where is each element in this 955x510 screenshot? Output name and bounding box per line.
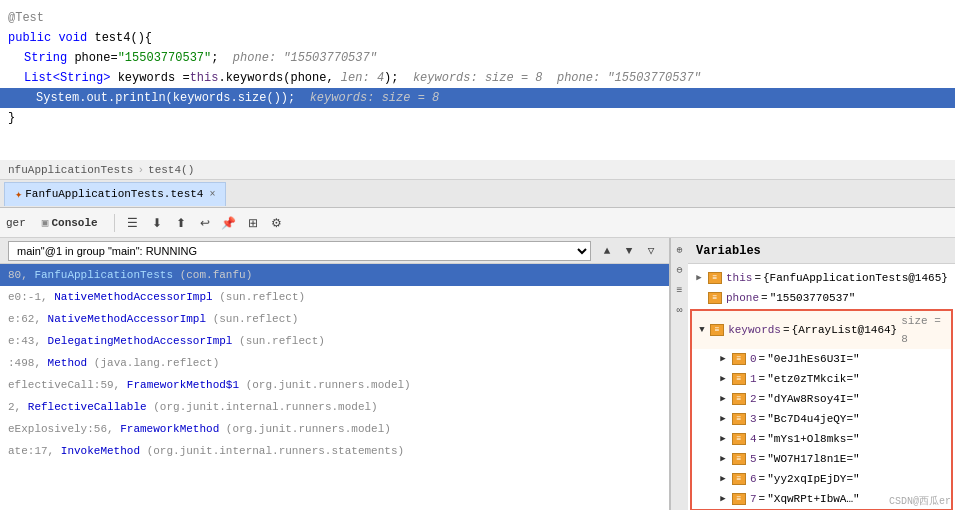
var-eq-this: = — [754, 269, 761, 287]
stack-frame-5[interactable]: eflectiveCall:59, FrameworkMethod$1 (org… — [0, 374, 669, 396]
stack-down-btn[interactable]: ▼ — [619, 241, 639, 261]
var-name-k7: 7 — [750, 490, 757, 508]
var-keywords[interactable]: ▼≡keywords = {ArrayList@1464}size = 8 — [692, 311, 951, 349]
side-btn-2[interactable]: ⊖ — [672, 262, 688, 278]
frame-package: (sun.reflect) — [239, 335, 325, 347]
side-btn-1[interactable]: ⊕ — [672, 242, 688, 258]
stack-frame-2[interactable]: e:62, NativeMethodAccessorImpl (sun.refl… — [0, 308, 669, 330]
tab-bar: ✦ FanfuApplicationTests.test4 × — [0, 180, 955, 208]
stack-filter-btn[interactable]: ▽ — [641, 241, 661, 261]
var-icon-k7: ≡ — [732, 493, 746, 505]
console-label: Console — [51, 217, 97, 229]
stack-frame-6[interactable]: 2, ReflectiveCallable (org.junit.interna… — [0, 396, 669, 418]
frame-line: eExplosively:56, — [8, 423, 120, 435]
var-eq-k6: = — [759, 470, 766, 488]
console-icon: ▣ — [42, 216, 49, 229]
side-btn-3[interactable]: ≡ — [672, 282, 688, 298]
paren-close: ); — [384, 71, 398, 85]
frame-package: (java.lang.reflect) — [94, 357, 219, 369]
frame-package: (org.junit.runners.model) — [226, 423, 391, 435]
stack-list: 80, FanfuApplicationTests (com.fanfu)e0:… — [0, 264, 669, 510]
tab-fanfu-tests[interactable]: ✦ FanfuApplicationTests.test4 × — [4, 182, 226, 206]
var-val-k4: "mYs1+Ol8mks=" — [767, 430, 859, 448]
keyword-public: public — [8, 31, 51, 45]
var-keyword-5[interactable]: ▶≡5 = "WO7H17l8n1E=" — [692, 449, 951, 469]
var-keyword-0[interactable]: ▶≡0 = "0eJ1hEs6U3I=" — [692, 349, 951, 369]
var-phone[interactable]: ≡phone = "15503770537" — [688, 288, 955, 308]
var-eq-k3: = — [759, 410, 766, 428]
toolbar-btn-table[interactable]: ⊞ — [243, 213, 263, 233]
frame-line: eflectiveCall:59, — [8, 379, 127, 391]
var-val-phone: "15503770537" — [770, 289, 856, 307]
var-val-k5: "WO7H17l8n1E=" — [767, 450, 859, 468]
tab-close[interactable]: × — [209, 189, 215, 200]
frame-class: FrameworkMethod$1 — [127, 379, 239, 391]
var-eq-k0: = — [759, 350, 766, 368]
toolbar-btn-down[interactable]: ⬇ — [147, 213, 167, 233]
var-keyword-1[interactable]: ▶≡1 = "etz0zTMkcik=" — [692, 369, 951, 389]
var-keyword-4[interactable]: ▶≡4 = "mYs1+Ol8mks=" — [692, 429, 951, 449]
tab-label: FanfuApplicationTests.test4 — [25, 188, 203, 200]
var-val-k3: "Bc7D4u4jeQY=" — [767, 410, 859, 428]
var-icon-k4: ≡ — [732, 433, 746, 445]
frame-package: (sun.reflect) — [219, 291, 305, 303]
stack-frame-4[interactable]: :498, Method (java.lang.reflect) — [0, 352, 669, 374]
frame-line: ate:17, — [8, 445, 61, 457]
type-string: String — [24, 51, 67, 65]
frame-line: e:43, — [8, 335, 48, 347]
stack-frame-1[interactable]: e0:-1, NativeMethodAccessorImpl (sun.ref… — [0, 286, 669, 308]
var-toggle-k6[interactable]: ▶ — [716, 472, 730, 486]
frame-line: :498, — [8, 357, 48, 369]
var-icon-this: ≡ — [708, 272, 722, 284]
toolbar-btn-show-all[interactable]: ☰ — [123, 213, 143, 233]
variables-title: Variables — [696, 244, 761, 258]
stack-frame-8[interactable]: ate:17, InvokeMethod (org.junit.internal… — [0, 440, 669, 462]
thread-selector[interactable]: main"@1 in group "main": RUNNING — [8, 241, 591, 261]
var-keyword-7[interactable]: ▶≡7 = "XqwRPt+IbwA…" — [692, 489, 951, 509]
side-panel-buttons: ⊕ ⊖ ≡ ∞ — [670, 238, 688, 510]
str-phone-val: "15503770537" — [118, 51, 212, 65]
var-toggle-k4[interactable]: ▶ — [716, 432, 730, 446]
var-eq-keywords: = — [783, 321, 790, 339]
var-toggle-keywords[interactable]: ▼ — [696, 323, 708, 337]
var-val-k7: "XqwRPt+IbwA…" — [767, 490, 859, 508]
code-line-5: System.out.println(keywords.size()); key… — [0, 88, 955, 108]
var-icon-keywords: ≡ — [710, 324, 724, 336]
var-this[interactable]: ▶≡this = {FanfuApplicationTests@1465} — [688, 268, 955, 288]
stack-frame-7[interactable]: eExplosively:56, FrameworkMethod (org.ju… — [0, 418, 669, 440]
stack-header: main"@1 in group "main": RUNNING ▲ ▼ ▽ — [0, 238, 669, 264]
frame-package: (org.junit.internal.runners.model) — [153, 401, 377, 413]
stack-frame-3[interactable]: e:43, DelegatingMethodAccessorImpl (sun.… — [0, 330, 669, 352]
stack-up-btn[interactable]: ▲ — [597, 241, 617, 261]
frame-package: (org.junit.runners.model) — [246, 379, 411, 391]
frame-package: (org.junit.internal.runners.statements) — [147, 445, 404, 457]
toolbar-btn-up[interactable]: ⬆ — [171, 213, 191, 233]
var-toggle-k1[interactable]: ▶ — [716, 372, 730, 386]
var-keyword-6[interactable]: ▶≡6 = "yy2xqIpEjDY=" — [692, 469, 951, 489]
console-tab[interactable]: ▣ Console — [34, 214, 106, 231]
var-toggle-k5[interactable]: ▶ — [716, 452, 730, 466]
annotation: @Test — [8, 11, 44, 25]
var-keywords-container: ▼≡keywords = {ArrayList@1464}size = 8▶≡0… — [690, 309, 953, 510]
var-toggle-k0[interactable]: ▶ — [716, 352, 730, 366]
var-keyword-3[interactable]: ▶≡3 = "Bc7D4u4jeQY=" — [692, 409, 951, 429]
toolbar-btn-settings[interactable]: ⚙ — [267, 213, 287, 233]
var-val-k0: "0eJ1hEs6U3I=" — [767, 350, 859, 368]
var-toggle-k7[interactable]: ▶ — [716, 492, 730, 506]
toolbar-btn-restore[interactable]: ↩ — [195, 213, 215, 233]
side-btn-4[interactable]: ∞ — [672, 302, 688, 318]
frame-class: NativeMethodAccessorImpl — [48, 313, 206, 325]
var-keyword-2[interactable]: ▶≡2 = "dYAw8Rsoy4I=" — [692, 389, 951, 409]
variables-header: Variables — [688, 238, 955, 264]
frame-class: ReflectiveCallable — [28, 401, 147, 413]
breadcrumb-part-2: test4() — [148, 164, 194, 176]
keyword-void: void — [58, 31, 87, 45]
method-name: test4(){ — [94, 31, 152, 45]
toolbar: ger ▣ Console ☰ ⬇ ⬆ ↩ 📌 ⊞ ⚙ — [0, 208, 955, 238]
toolbar-btn-pin[interactable]: 📌 — [219, 213, 239, 233]
stack-frame-0[interactable]: 80, FanfuApplicationTests (com.fanfu) — [0, 264, 669, 286]
var-toggle-this[interactable]: ▶ — [692, 271, 706, 285]
var-toggle-k2[interactable]: ▶ — [716, 392, 730, 406]
var-toggle-k3[interactable]: ▶ — [716, 412, 730, 426]
var-name-phone: phone — [726, 289, 759, 307]
